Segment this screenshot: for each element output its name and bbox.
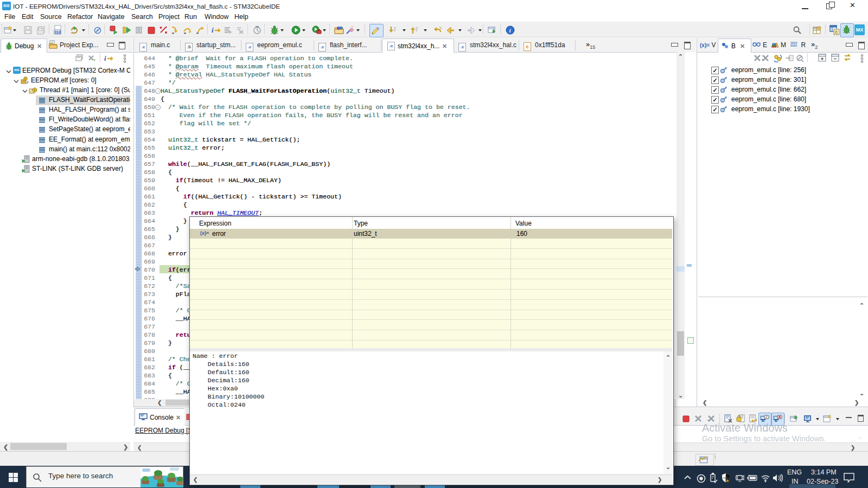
svg-text:i: i [104,54,106,62]
svg-text:C: C [835,30,838,34]
svg-text:i: i [212,26,214,34]
svg-text:010: 010 [55,30,61,34]
